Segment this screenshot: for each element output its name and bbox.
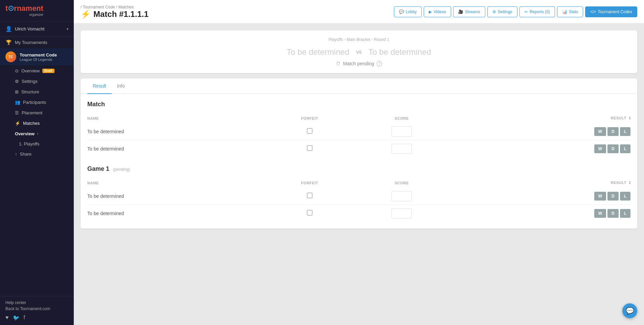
overview-sub-arrow-icon: ›	[37, 132, 38, 136]
lobby-button[interactable]: 💬 Lobby	[394, 6, 422, 17]
tournament-info: Tournament Code League Of Legends	[20, 52, 68, 62]
overview-sub-label: Overview	[15, 131, 35, 136]
game1-team2-win-button[interactable]: W	[594, 209, 606, 218]
team2-draw-button[interactable]: D	[607, 144, 619, 153]
structure-label: Structure	[21, 89, 39, 94]
matches-icon: ⚡	[15, 121, 20, 126]
game1-team2-row-name: To be determined	[87, 205, 267, 222]
tournament-codes-button[interactable]: </> Tournament Codes	[585, 6, 637, 17]
tournament-item[interactable]: TC Tournament Code League Of Legends	[0, 48, 74, 66]
team1-name: To be determined	[287, 47, 349, 57]
game1-team1-draw-button[interactable]: D	[607, 192, 619, 201]
game1-team1-result-cell: W D L	[452, 188, 630, 205]
sidebar-item-settings[interactable]: ⚙ Settings	[0, 76, 74, 87]
back-to-toornament-link[interactable]: Back to Toornament.com	[5, 306, 68, 311]
playoffs-label: 1. Playoffs	[19, 141, 39, 146]
game1-team2-draw-button[interactable]: D	[607, 209, 619, 218]
game1-result-info-icon[interactable]: ℹ	[629, 181, 631, 185]
result-col-header: RESULT ℹ	[452, 113, 630, 123]
team1-win-button[interactable]: W	[594, 127, 606, 136]
tabs-header: Result Info	[81, 78, 637, 94]
game1-team1-row-name: To be determined	[87, 188, 267, 205]
team1-score-input[interactable]	[392, 126, 412, 137]
team1-draw-button[interactable]: D	[607, 127, 619, 136]
stats-button[interactable]: 📊 Stats	[557, 6, 583, 17]
page-title-area: / Tournament Code / Matches ⚡ Match #1.1…	[81, 5, 388, 19]
game1-team1-forfeit-checkbox[interactable]	[307, 193, 312, 198]
tabs-card: Result Info Match NAME FORFEIT SCORE	[81, 78, 637, 229]
game1-team2-score-input[interactable]	[392, 208, 412, 218]
chat-bubble-icon: 💬	[626, 307, 634, 315]
tab-result[interactable]: Result	[87, 78, 112, 94]
team1-forfeit-checkbox[interactable]	[307, 128, 312, 134]
tournament-game: League Of Legends	[20, 57, 68, 62]
team1-forfeit-cell	[267, 123, 352, 140]
tournament-codes-label: Tournament Codes	[598, 9, 632, 14]
status-help-icon[interactable]: ?	[377, 61, 382, 66]
team1-row-name: To be determined	[87, 123, 267, 140]
game1-team2-forfeit-checkbox[interactable]	[307, 210, 312, 215]
team2-result-buttons: W D L	[452, 144, 630, 153]
team2-loss-button[interactable]: L	[620, 144, 630, 153]
social-icons: ♥ 🐦 f	[5, 315, 68, 321]
game1-section: Game 1 (pending) NAME FORFEIT SCORE RESU…	[87, 165, 630, 222]
status-clock-icon: ⏱	[336, 61, 340, 66]
sidebar-item-overview[interactable]: ⊙ Overview Draft	[0, 66, 74, 76]
tournament-codes-icon: </>	[590, 9, 596, 14]
game1-team1-forfeit-cell	[267, 188, 352, 205]
user-menu[interactable]: 👤 Ulrich Vomacht ▾	[0, 22, 74, 37]
game1-team1-score-input[interactable]	[392, 191, 412, 201]
name-col-header: NAME	[87, 113, 267, 123]
sidebar-item-my-tournaments[interactable]: 🏆 My Tournaments	[0, 37, 74, 48]
chat-bubble-button[interactable]: 💬	[622, 303, 637, 318]
logo-area: t⊙rnament organizer	[0, 0, 74, 22]
game1-team1-win-button[interactable]: W	[594, 192, 606, 201]
tab-info[interactable]: Info	[112, 78, 130, 94]
streams-icon: 🎥	[458, 9, 463, 14]
sidebar-item-playoffs[interactable]: 1. Playoffs	[0, 139, 74, 149]
sidebar-item-share[interactable]: ↑ Share	[0, 149, 74, 159]
participants-icon: 👥	[15, 100, 20, 105]
breadcrumb-part1: / Tournament Code	[81, 5, 115, 9]
overview-label: Overview	[21, 68, 40, 73]
structure-icon: ⊞	[15, 89, 19, 94]
game1-team1-loss-button[interactable]: L	[620, 192, 630, 201]
team2-score-cell	[352, 140, 451, 158]
help-center-link[interactable]: Help center	[5, 300, 68, 305]
user-arrow-icon: ▾	[67, 27, 68, 31]
game1-score-col-header: SCORE	[352, 178, 451, 188]
score-col-header: SCORE	[352, 113, 451, 123]
reports-button[interactable]: ✏ Reports (0)	[519, 6, 555, 17]
sidebar-item-structure[interactable]: ⊞ Structure	[0, 87, 74, 97]
stats-label: Stats	[569, 9, 578, 14]
settings-nav-icon: ⚙	[492, 9, 496, 14]
result-info-icon[interactable]: ℹ	[629, 116, 631, 120]
game1-team2-loss-button[interactable]: L	[620, 209, 630, 218]
facebook-icon[interactable]: f	[24, 315, 25, 321]
sidebar-item-participants[interactable]: 👥 Participants	[0, 97, 74, 108]
game1-name-col-header: NAME	[87, 178, 267, 188]
match-teams: To be determined vs To be determined	[87, 47, 630, 57]
videos-button[interactable]: ▶ Videos	[424, 6, 451, 17]
trophy-icon: 🏆	[5, 40, 12, 45]
round-label: Playoffs - Main Bracket - Round 1	[87, 37, 630, 42]
team2-score-input[interactable]	[392, 144, 412, 154]
twitter-icon[interactable]: 🐦	[13, 315, 20, 321]
team2-forfeit-checkbox[interactable]	[307, 145, 312, 151]
sidebar-item-matches[interactable]: ⚡ Matches	[0, 118, 74, 129]
videos-icon: ▶	[429, 9, 432, 14]
match-table: NAME FORFEIT SCORE RESULT ℹ	[87, 113, 630, 157]
team2-win-button[interactable]: W	[594, 144, 606, 153]
sidebar-item-overview-sub[interactable]: Overview ›	[0, 129, 74, 139]
placement-icon: ☰	[15, 110, 19, 115]
match-header-card: Playoffs - Main Bracket - Round 1 To be …	[81, 30, 637, 73]
streams-label: Streams	[465, 9, 480, 14]
discord-icon[interactable]: ♥	[5, 315, 9, 321]
settings-button[interactable]: ⚙ Settings	[487, 6, 517, 17]
streams-button[interactable]: 🎥 Streams	[453, 6, 485, 17]
sidebar-item-placement[interactable]: ☰ Placement	[0, 108, 74, 118]
placement-label: Placement	[22, 110, 42, 115]
match-section-title: Match	[87, 101, 630, 108]
team1-loss-button[interactable]: L	[620, 127, 630, 136]
match-section: Match NAME FORFEIT SCORE RESULT ℹ	[87, 101, 630, 157]
